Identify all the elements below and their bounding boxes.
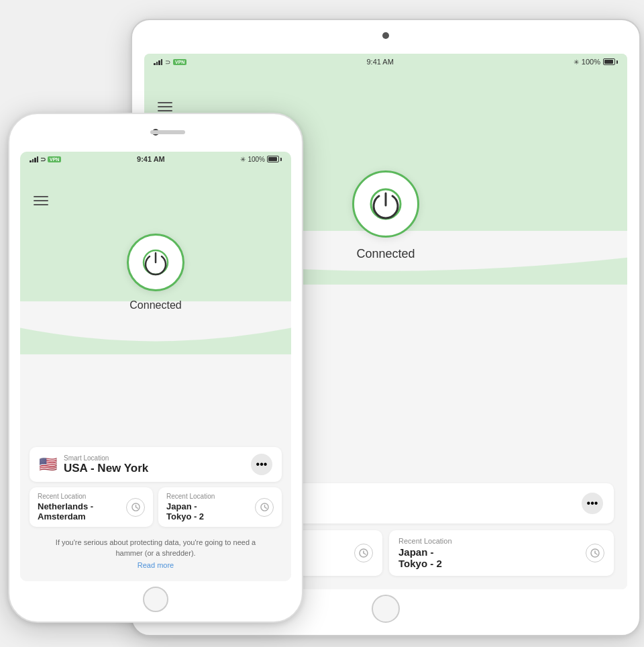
phone-hamburger-line-1 [34,196,48,197]
tablet-status-bar: ⊃ VPN 9:41 AM ✳ 100% [144,54,627,70]
tablet-home-button[interactable] [372,595,400,623]
phone-smart-location-card[interactable]: 🇺🇸 Smart Location USA - New York ••• [30,447,282,482]
tablet-connected-label: Connected [356,247,415,261]
phone-recent-card-netherlands[interactable]: Recent Location Netherlands -Amsterdam [30,487,153,527]
phone-recent-name-jp: Japan -Tokyo - 2 [166,501,215,521]
phone-clock-svg-jp [260,503,269,511]
phone-power-button[interactable] [127,234,184,291]
phone-recent-label-jp: Recent Location [166,493,215,500]
phone-hamburger-button[interactable] [34,193,48,208]
svg-line-4 [364,553,366,554]
clock-icon-japan [586,544,604,562]
battery-icon [603,58,618,65]
us-flag-icon: 🇺🇸 [39,456,57,473]
phone-vpn-badge: VPN [48,156,61,162]
tablet-status-left: ⊃ VPN [154,58,186,66]
phone-hamburger-line-2 [34,200,48,201]
svg-line-15 [264,507,266,509]
phone-clock-icon-jp [255,498,274,517]
phone-clock-svg-nl [131,503,140,511]
clock-svg [359,548,368,558]
phone-device: ⊃ VPN 9:41 AM ✳ 100% [8,113,303,623]
phone-recent-card-japan[interactable]: Recent Location Japan -Tokyo - 2 [158,487,282,527]
hamburger-menu-button[interactable] [158,99,172,114]
phone-smart-label: Smart Location [64,454,148,462]
phone-battery-percent: 100% [248,156,265,163]
phone-smart-text: Smart Location USA - New York [64,454,148,475]
phone-more-options-button[interactable]: ••• [251,454,272,475]
phone-recent-label-nl: Recent Location [38,493,93,500]
battery-percent: 100% [582,58,600,66]
clock-svg-2 [590,548,600,558]
phone-bluetooth-icon: ✳ [240,156,246,163]
phone-status-left: ⊃ VPN [30,156,61,163]
hamburger-line-2 [158,106,172,107]
phone-recent-netherlands-info: Recent Location Netherlands -Amsterdam [38,493,93,521]
phone-home-button[interactable] [143,587,168,612]
signal-icon [154,58,162,65]
phone-clock-icon-nl [126,498,145,517]
power-button[interactable] [352,170,419,238]
wifi-icon: ⊃ [165,58,170,66]
svg-line-12 [136,507,138,509]
tablet-time: 9:41 AM [366,58,393,66]
bluetooth-icon: ✳ [574,58,579,66]
phone-power-container: Connected [127,234,184,311]
phone-status-right: ✳ 100% [240,156,282,163]
read-more-link[interactable]: Read more [138,561,174,569]
phone-wifi-icon: ⊃ [40,156,46,163]
tablet-recent-name-japan: Japan -Tokyo - 2 [398,546,452,569]
phone-smart-left: 🇺🇸 Smart Location USA - New York [39,454,148,475]
tablet-recent-japan-info: Recent Location Japan -Tokyo - 2 [398,537,452,569]
phone-screen: ⊃ VPN 9:41 AM ✳ 100% [20,152,291,581]
tablet-power-container: Connected [352,170,419,261]
phone-time: 9:41 AM [137,155,165,163]
phone-power-icon [141,248,170,277]
phone-footer: If you're serious about protecting data,… [30,527,282,570]
tablet-camera [382,32,389,39]
clock-icon-netherlands [354,544,373,562]
phone-recent-japan-info: Recent Location Japan -Tokyo - 2 [166,493,215,521]
phone-recent-name-nl: Netherlands -Amsterdam [38,501,93,521]
phone-battery-icon [267,156,282,162]
footer-text: If you're serious about protecting data,… [43,538,268,558]
tablet-recent-label-2: Recent Location [398,537,452,545]
phone-more-dots-icon: ••• [256,458,268,470]
hamburger-line-1 [158,102,172,103]
phone-speaker [150,130,185,134]
phone-wave-area: Connected [20,166,291,354]
phone-status-bar: ⊃ VPN 9:41 AM ✳ 100% [20,152,291,166]
vpn-badge: VPN [173,59,186,65]
tablet-recent-location-japan[interactable]: Recent Location Japan -Tokyo - 2 [389,530,614,576]
phone-cards-area: 🇺🇸 Smart Location USA - New York ••• Rec… [20,438,291,581]
tablet-more-options-button[interactable]: ••• [582,493,603,514]
hamburger-line-3 [158,110,172,111]
svg-line-7 [595,553,597,554]
phone-recent-locations-row: Recent Location Netherlands -Amsterdam R… [30,487,282,527]
phone-signal-icon [30,156,38,162]
phone-smart-name: USA - New York [64,462,148,475]
phone-connected-label: Connected [129,299,181,311]
tablet-status-right: ✳ 100% [574,58,618,66]
phone-hamburger-line-3 [34,204,48,205]
power-icon [368,187,403,221]
more-dots-icon: ••• [587,497,598,509]
